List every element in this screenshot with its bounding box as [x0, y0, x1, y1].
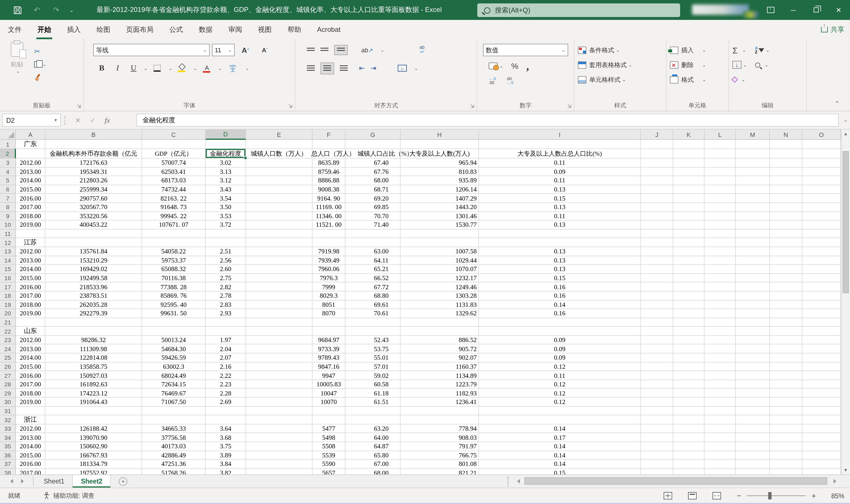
cell-E30[interactable] [246, 398, 312, 407]
insert-function-icon[interactable]: fx [105, 115, 110, 125]
confirm-entry-icon[interactable]: ✓ [90, 116, 95, 124]
cell-M10[interactable] [736, 220, 770, 229]
cell-C27[interactable]: 68024.49 [142, 371, 206, 380]
cell-K2[interactable] [673, 149, 705, 159]
cell-N34[interactable] [770, 433, 802, 442]
cell-B29[interactable]: 174223.12 [46, 389, 142, 398]
redo-icon[interactable]: ↷ [47, 3, 66, 17]
cell-F10[interactable]: 11521. 00 [312, 220, 345, 229]
cell-G38[interactable]: 68.00 [345, 469, 401, 474]
cell-O19[interactable] [802, 300, 841, 309]
cell-J11[interactable] [641, 230, 673, 238]
cell-J29[interactable] [641, 389, 673, 398]
cell-M25[interactable] [736, 354, 770, 362]
cell-G32[interactable] [345, 415, 401, 424]
cell-O26[interactable] [802, 362, 841, 371]
cell-G16[interactable]: 66.52 [345, 274, 401, 283]
delete-cells-button[interactable]: ✕ 删除⌄ [670, 58, 725, 72]
bottom-align-button[interactable] [334, 45, 348, 55]
cell-G25[interactable]: 55.01 [345, 354, 401, 362]
cell-L23[interactable] [705, 336, 736, 345]
cell-H8[interactable]: 1443.20 [401, 203, 479, 212]
cell-A37[interactable]: 2016.00 [16, 460, 46, 468]
cell-L25[interactable] [705, 354, 736, 362]
cell-K29[interactable] [673, 389, 705, 398]
cell-C6[interactable]: 74732.44 [142, 185, 206, 194]
cell-F15[interactable]: 7960.06 [312, 265, 345, 274]
increase-indent-icon[interactable]: ⇥ [370, 64, 376, 72]
cell-M24[interactable] [736, 345, 770, 354]
cell-N4[interactable] [770, 167, 802, 176]
cell-O10[interactable] [802, 220, 841, 229]
cell-F18[interactable]: 8029.3 [312, 291, 345, 300]
col-header-B[interactable]: B [46, 129, 142, 140]
cell-K27[interactable] [673, 371, 705, 380]
cell-O31[interactable] [802, 407, 841, 415]
name-box-chevron-icon[interactable]: ▾ [55, 118, 57, 123]
row-header-3[interactable]: 3 [0, 159, 16, 167]
font-name-select[interactable]: 等线⌄ [93, 44, 210, 56]
cell-A32[interactable]: 浙江 [16, 415, 46, 424]
customize-qat-chevron-icon[interactable]: ⌄ [66, 3, 77, 17]
cell-B12[interactable] [46, 238, 142, 247]
cell-I27[interactable]: 0.11 [479, 371, 641, 380]
cell-L5[interactable] [705, 176, 736, 185]
row-header-26[interactable]: 26 [0, 362, 16, 371]
cell-D36[interactable]: 3.89 [206, 451, 246, 460]
cell-H32[interactable] [401, 415, 479, 424]
cell-J12[interactable] [641, 238, 673, 247]
cell-G14[interactable]: 64.11 [345, 256, 401, 265]
row-header-35[interactable]: 35 [0, 442, 16, 451]
cell-D1[interactable] [206, 140, 246, 149]
cell-J24[interactable] [641, 345, 673, 354]
user-account-blurred[interactable] [692, 4, 749, 15]
cell-E3[interactable] [246, 159, 312, 167]
cell-B36[interactable]: 166767.93 [46, 451, 142, 460]
col-header-O[interactable]: O [802, 129, 841, 140]
cell-D19[interactable]: 2.83 [206, 300, 246, 309]
cell-G8[interactable]: 69.85 [345, 203, 401, 212]
cell-E33[interactable] [246, 425, 312, 433]
cell-I38[interactable]: 0.15 [479, 469, 641, 474]
font-size-select[interactable]: 11⌄ [212, 44, 235, 56]
cell-B31[interactable] [46, 407, 142, 415]
cell-E16[interactable] [246, 274, 312, 283]
cell-L28[interactable] [705, 380, 736, 389]
cell-C19[interactable]: 92595. 40 [142, 300, 206, 309]
cell-K11[interactable] [673, 230, 705, 238]
cell-E18[interactable] [246, 291, 312, 300]
cell-B22[interactable] [46, 327, 142, 336]
cell-L15[interactable] [705, 265, 736, 274]
cell-D11[interactable] [206, 230, 246, 238]
cell-L22[interactable] [705, 327, 736, 336]
tab-page-layout[interactable]: 页面布局 [118, 20, 161, 39]
cell-G22[interactable] [345, 327, 401, 336]
cell-C33[interactable]: 34665.33 [142, 425, 206, 433]
cell-B2[interactable]: 金融机构本外币存款余额（亿元 [46, 149, 142, 159]
scroll-down-icon[interactable]: ▼ [843, 468, 849, 473]
cell-N21[interactable] [770, 318, 802, 327]
cell-H29[interactable]: 1182.93 [401, 389, 479, 398]
cell-K25[interactable] [673, 354, 705, 362]
cell-B19[interactable]: 262035.28 [46, 300, 142, 309]
row-header-5[interactable]: 5 [0, 176, 16, 185]
cell-H22[interactable] [401, 327, 479, 336]
cell-N19[interactable] [770, 300, 802, 309]
cell-I20[interactable]: 0.16 [479, 309, 641, 318]
cell-J1[interactable] [641, 140, 673, 149]
cell-K38[interactable] [673, 469, 705, 474]
cell-K28[interactable] [673, 380, 705, 389]
cell-N18[interactable] [770, 291, 802, 300]
cell-D5[interactable]: 3.12 [206, 176, 246, 185]
cell-M11[interactable] [736, 230, 770, 238]
cell-K14[interactable] [673, 256, 705, 265]
cell-K32[interactable] [673, 415, 705, 424]
cell-O1[interactable] [802, 140, 841, 149]
cell-C12[interactable] [142, 238, 206, 247]
cell-N7[interactable] [770, 194, 802, 203]
cell-F17[interactable]: 7999 [312, 283, 345, 291]
cell-L12[interactable] [705, 238, 736, 247]
cell-M26[interactable] [736, 362, 770, 371]
cell-E9[interactable] [246, 212, 312, 220]
tab-scroll-splitter[interactable] [507, 477, 508, 486]
